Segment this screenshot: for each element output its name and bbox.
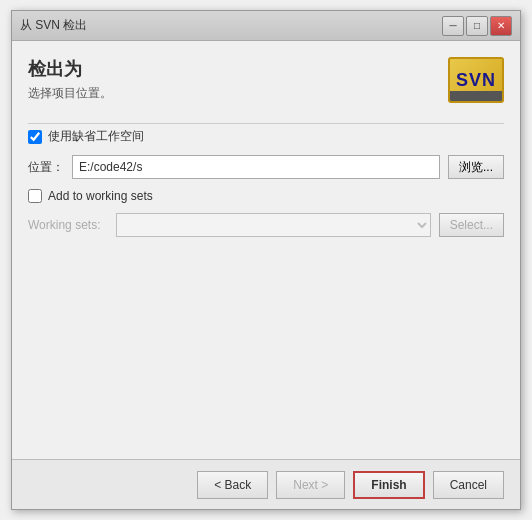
browse-button[interactable]: 浏览... <box>448 155 504 179</box>
svn-logo-bottom <box>450 91 502 101</box>
button-bar: < Back Next > Finish Cancel <box>12 459 520 509</box>
close-button[interactable]: ✕ <box>490 16 512 36</box>
sub-title: 选择项目位置。 <box>28 85 112 102</box>
add-to-working-sets-checkbox[interactable] <box>28 189 42 203</box>
divider <box>28 123 504 124</box>
header-text: 检出为 选择项目位置。 <box>28 57 112 102</box>
header-area: 检出为 选择项目位置。 SVN <box>28 57 504 103</box>
select-button[interactable]: Select... <box>439 213 504 237</box>
content-area: 检出为 选择项目位置。 SVN 使用缺省工作空间 位置： 浏览... <box>12 41 520 459</box>
working-sets-label: Working sets: <box>28 218 108 232</box>
maximize-button[interactable]: □ <box>466 16 488 36</box>
add-to-working-sets-row: Add to working sets <box>28 189 504 203</box>
minimize-button[interactable]: ─ <box>442 16 464 36</box>
location-input[interactable] <box>72 155 440 179</box>
title-bar: 从 SVN 检出 ─ □ ✕ <box>12 11 520 41</box>
use-default-workspace-checkbox[interactable] <box>28 130 42 144</box>
use-default-workspace-row: 使用缺省工作空间 <box>28 128 504 145</box>
back-button[interactable]: < Back <box>197 471 268 499</box>
spacer <box>28 247 504 443</box>
finish-button[interactable]: Finish <box>353 471 424 499</box>
add-to-working-sets-label: Add to working sets <box>48 189 153 203</box>
main-window: 从 SVN 检出 ─ □ ✕ 检出为 选择项目位置。 SVN 使用缺省工作空 <box>11 10 521 510</box>
use-default-workspace-label: 使用缺省工作空间 <box>48 128 144 145</box>
cancel-button[interactable]: Cancel <box>433 471 504 499</box>
location-row: 位置： 浏览... <box>28 155 504 179</box>
working-sets-select[interactable] <box>116 213 431 237</box>
title-bar-buttons: ─ □ ✕ <box>442 16 512 36</box>
window-title: 从 SVN 检出 <box>20 17 442 34</box>
svn-logo-text: SVN <box>456 70 496 91</box>
main-title: 检出为 <box>28 57 112 81</box>
svn-logo: SVN <box>448 57 504 103</box>
working-sets-row: Working sets: Select... <box>28 213 504 237</box>
next-button[interactable]: Next > <box>276 471 345 499</box>
form-area: 使用缺省工作空间 位置： 浏览... Add to working sets W… <box>28 128 504 443</box>
location-label: 位置： <box>28 159 64 176</box>
